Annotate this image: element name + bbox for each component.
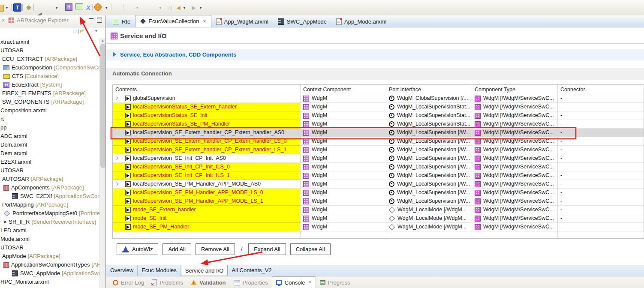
tree-item[interactable]: Composition.arxml [0,106,99,115]
tree-item[interactable]: ECU_EXTRACT [ARPackage] [0,55,99,63]
port-interface-cell[interactable]: WdgM_LocalMode [/WdgM... [386,206,472,214]
port-interface-cell[interactable]: WdgM_LocalSupervision [/W... [386,129,472,137]
tree-item[interactable]: Dem.arxml [0,149,99,158]
tree-item[interactable]: E2EXf.arxml [0,158,99,166]
form-tab-overview[interactable]: Overview [106,265,138,276]
port-interface-cell[interactable]: WdgM_LocalSupervision [/W... [386,197,472,206]
context-component-cell[interactable]: WdgM [301,180,386,189]
port-interface-cell[interactable]: WdgM_LocalSupervisionStat... [386,120,472,129]
tree-item[interactable]: AppMode [ARPackage] [0,252,99,261]
column-header-contents[interactable]: Contents [113,85,301,94]
tree-item[interactable]: RPC_Monitor.arxml [0,278,99,286]
maximize-icon[interactable] [97,18,102,23]
view-tab-properties[interactable]: Properties [230,277,272,288]
tree-item[interactable]: CTS [EcuInstance] [0,72,99,81]
column-header-connector[interactable]: Connector [558,85,644,94]
toolbar-partial-icon[interactable] [0,5,4,12]
contents-cell[interactable]: mode_SE_Init [113,214,301,223]
component-type-cell[interactable]: WdgM [/WdgM/ServiceSwC... [472,129,558,137]
table-row[interactable]: localSupervision_SE_Init_CP_Init_ILS_1Wd… [113,171,644,180]
save-page-dropdown[interactable]: ▾ [135,3,140,12]
component-type-cell[interactable]: WdgM [/WdgM/ServiceSwC... [472,111,558,120]
view-tab-validation[interactable]: Validation [187,277,229,288]
tree-scrollbar[interactable]: ▲ [99,38,105,288]
contents-cell[interactable]: localSupervisionStatus_SE_Init [113,111,301,120]
table-row[interactable]: localSupervisionStatus_SE_Extern_handler… [113,103,644,111]
table-row[interactable]: >localSupervision_SE_Init_CP_Init_AS0Wdg… [113,154,644,163]
view-tab-console[interactable]: Console× [272,276,316,288]
component-type-cell[interactable]: WdgM [/WdgM/ServiceSwC... [472,120,558,129]
expand-chevron-icon[interactable]: > [116,94,118,103]
port-interface-cell[interactable]: WdgM_LocalMode [/WdgM... [386,214,472,223]
table-row[interactable]: mode_SE_InitWdgMWdgM_LocalMode [/WdgM...… [113,214,644,223]
context-component-cell[interactable]: WdgM [301,120,386,129]
editor-tab-app-mode-arxml[interactable]: App_Mode.arxml [331,16,391,27]
table-row[interactable]: localSupervision_SE_Extern_handler_CP_Ex… [113,129,644,137]
port-interface-cell[interactable]: WdgM_LocalSupervision [/W... [386,189,472,197]
component-type-cell[interactable]: WdgM [/WdgM/ServiceSwC... [472,214,558,223]
editor-tab-swc-appmode[interactable]: SWC_AppMode [273,16,331,27]
tree-item[interactable]: xtract.arxml [0,38,99,46]
view-tab-problems[interactable]: Problems [148,277,187,288]
nav-back-button[interactable]: ◀ [174,3,183,12]
component-type-cell[interactable]: WdgM [/WdgM/ServiceSwC... [472,197,558,206]
view-tab-progress[interactable]: Progress [316,277,354,288]
contents-cell[interactable]: >localSupervision_SE_PM_Handler_APP_MODE… [113,180,301,189]
connector-cell[interactable]: - [558,206,644,214]
context-component-cell[interactable]: WdgM [301,94,386,103]
contents-cell[interactable]: mode_SE_PM_Handler [113,223,301,231]
component-type-cell[interactable]: WdgM [/WdgM/ServiceSwC... [472,94,558,103]
close-icon[interactable]: × [203,18,206,24]
component-type-cell[interactable]: WdgM [/WdgM/ServiceSwC... [472,163,558,171]
table-row[interactable]: localSupervisionStatus_SE_InitWdgMWdgM_L… [113,111,644,120]
column-header-component-type[interactable]: Component Type [472,85,558,94]
connector-cell[interactable]: - [558,111,644,120]
component-type-cell[interactable]: WdgM [/WdgM/ServiceSwC... [472,180,558,189]
component-type-cell[interactable]: WdgM [/WdgM/ServiceSwC... [472,103,558,111]
import-tray-dropdown[interactable]: ▾ [54,3,59,12]
collapse-all-icon[interactable]: − [73,29,78,34]
connector-cell[interactable]: - [558,120,644,129]
tree-item[interactable]: HEcuExtract [System] [0,81,99,89]
port-interface-cell[interactable]: WdgM_LocalSupervisionStat... [386,111,472,120]
tree-item[interactable]: ADC.arxml [0,132,99,141]
context-component-cell[interactable]: WdgM [301,223,386,231]
link-with-editor-icon[interactable]: ⇄ [80,28,84,34]
alert-dropdown[interactable]: ▾ [104,3,109,12]
component-type-cell[interactable]: WdgM [/WdgM/ServiceSwC... [472,137,558,146]
tree-item[interactable]: UTOSAR [0,166,99,175]
component-type-cell[interactable]: WdgM [/WdgM/ServiceSwC... [472,171,558,180]
editor-tab-ecucvaluecollection[interactable]: EcucValueCollection× [135,15,211,27]
contents-cell[interactable]: localSupervision_SE_Extern_handler_CP_Ex… [113,129,301,137]
component-type-cell[interactable]: WdgM [/WdgM/ServiceSwC... [472,189,558,197]
connector-cell[interactable]: - [558,189,644,197]
remove-all-button[interactable]: Remove All [196,243,235,255]
tree-item[interactable]: rt [0,115,99,123]
port-interface-cell[interactable]: WdgM_LocalSupervision [/W... [386,146,472,154]
alert-button[interactable]: ! [94,3,102,11]
tree-item[interactable]: SWC_AppMode [ApplicationSwCo [0,269,99,278]
column-header-port-interface[interactable]: Port Interface [386,85,472,94]
ecu-extract-button[interactable]: H [65,3,72,11]
tab-arpackage-explorer[interactable]: ARPackage Explorer [9,17,69,24]
contents-cell[interactable]: localSupervision_SE_PM_Handler_APP_MODE_… [113,189,301,197]
tree-item[interactable]: UTOSAR [0,46,99,55]
scrollbar-thumb[interactable] [100,44,105,168]
new-type-button[interactable]: T [13,3,21,12]
contents-cell[interactable]: mode_SE_Extern_handler [113,206,301,214]
nav-back-faded-button[interactable]: ◁ [166,3,174,12]
tree-item[interactable]: ApplicationSwComponentTypes [AR [0,261,99,269]
expand-all-button[interactable]: Expand All [248,243,286,255]
tree-item[interactable]: Dcm.arxml [0,141,99,149]
connector-cell[interactable]: - [558,154,644,163]
minimize-icon[interactable] [89,18,93,23]
component-type-cell[interactable]: WdgM [/WdgM/ServiceSwC... [472,154,558,163]
contents-cell[interactable]: localSupervision_SE_Extern_handler_CP_Ex… [113,137,301,146]
context-component-cell[interactable]: WdgM [301,154,386,163]
editor-tab-app-wdgm-arxml[interactable]: App_WdgM.arxml [211,16,273,27]
port-interface-cell[interactable]: WdgM_LocalMode [/WdgM... [386,223,472,231]
goto-star-button[interactable] [24,3,33,12]
connector-cell[interactable]: - [558,197,644,206]
connector-cell[interactable]: - [558,223,644,231]
connector-cell[interactable]: - [558,146,644,154]
